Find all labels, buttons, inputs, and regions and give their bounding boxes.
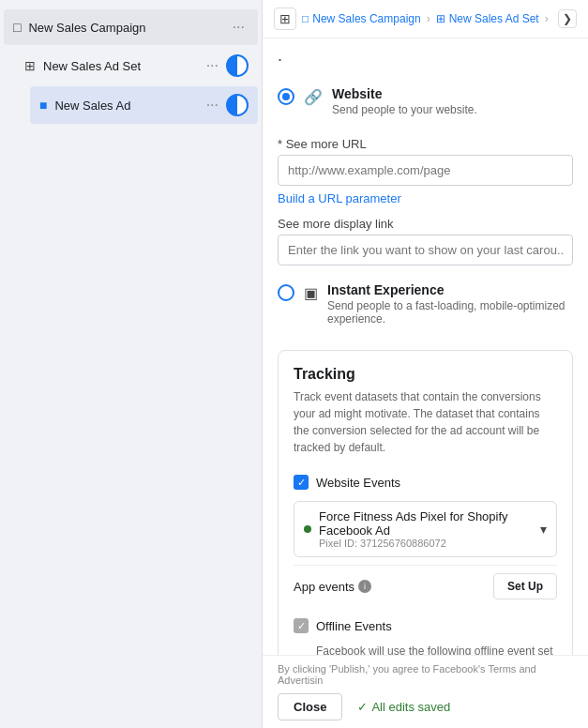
offline-events-label: Offline Events — [316, 619, 392, 633]
pixel-dropdown-btn[interactable]: ▾ — [540, 522, 547, 537]
breadcrumb-sep-2: › — [545, 12, 549, 25]
sidebar-item-adset[interactable]: ⊞ New Sales Ad Set ··· — [15, 47, 258, 84]
sidebar: □ New Sales Campaign ··· ⊞ New Sales Ad … — [0, 0, 263, 728]
tracking-desc: Track event datasets that contain the co… — [294, 388, 557, 456]
see-more-display-label: See more display link — [278, 217, 573, 231]
offline-events-checkbox[interactable] — [294, 618, 309, 633]
pixel-id: Pixel ID: 371256760886072 — [319, 538, 533, 549]
pixel-row: Force Fitness Ads Pixel for Shopify Face… — [294, 501, 557, 557]
instant-icon: ▣ — [304, 284, 318, 302]
website-option-label: Website — [332, 86, 477, 101]
website-events-checkbox[interactable] — [294, 475, 309, 490]
sidebar-ad-label: New Sales Ad — [54, 99, 202, 113]
pixel-status-dot — [304, 525, 311, 533]
sidebar-campaign-label: New Sales Campaign — [28, 21, 228, 35]
breadcrumb-adset-icon: ⊞ — [436, 12, 445, 25]
link-icon: 🔗 — [304, 88, 323, 106]
adset-toggle[interactable] — [226, 54, 249, 77]
campaign-icon: □ — [13, 20, 21, 35]
website-events-label: Website Events — [316, 476, 400, 490]
build-url-param-link[interactable]: Build a URL parameter — [278, 191, 401, 205]
website-option-desc: Send people to your website. — [332, 103, 477, 116]
website-option[interactable]: 🔗 Website Send people to your website. — [278, 77, 573, 126]
ad-icon: ■ — [39, 98, 47, 113]
offline-events-row: Offline Events Facebook will use the fol… — [294, 607, 557, 655]
instant-option-text: Instant Experience Send people to a fast… — [327, 282, 573, 326]
app-events-label: App events i — [294, 580, 371, 594]
offline-checkbox-row[interactable]: Offline Events — [294, 613, 557, 639]
bottom-bar: By clicking 'Publish,' you agree to Face… — [263, 655, 588, 728]
saved-status: ✓ All edits saved — [357, 700, 450, 714]
see-more-url-label: * See more URL — [278, 137, 573, 151]
website-radio[interactable] — [278, 88, 294, 105]
breadcrumb-expand-btn[interactable]: ❯ — [558, 9, 577, 28]
ad-more-btn[interactable]: ··· — [203, 95, 222, 115]
bottom-actions: Close ✓ All edits saved — [278, 693, 573, 720]
breadcrumb-sep-1: › — [427, 12, 430, 25]
breadcrumb-adset[interactable]: ⊞ New Sales Ad Set — [436, 12, 539, 25]
saved-label: All edits saved — [371, 700, 450, 714]
breadcrumb-adset-label: New Sales Ad Set — [449, 12, 539, 25]
see-more-display-input[interactable] — [278, 235, 573, 265]
ad-toggle[interactable] — [226, 94, 249, 116]
pixel-name: Force Fitness Ads Pixel for Shopify Face… — [319, 509, 533, 538]
breadcrumb-campaign[interactable]: □ New Sales Campaign — [302, 12, 421, 25]
sidebar-item-ad[interactable]: ■ New Sales Ad ··· — [30, 86, 258, 124]
content-panel: ⊞ □ New Sales Campaign › ⊞ New Sales Ad … — [263, 0, 588, 728]
instant-option-label: Instant Experience — [327, 282, 573, 297]
see-more-url-input[interactable] — [278, 155, 573, 186]
breadcrumb-campaign-icon: □ — [302, 12, 309, 25]
offline-desc: Facebook will use the following offline … — [316, 643, 557, 655]
adset-icon: ⊞ — [24, 58, 36, 73]
check-icon: ✓ — [357, 700, 368, 714]
website-events-row[interactable]: Website Events — [294, 469, 557, 495]
instant-option-desc: Send people to a fast-loading, mobile-op… — [327, 299, 573, 326]
tracking-section: Tracking Track event datasets that conta… — [278, 350, 573, 655]
breadcrumb: ⊞ □ New Sales Campaign › ⊞ New Sales Ad … — [263, 0, 588, 38]
main-content: · 🔗 Website Send people to your website.… — [263, 38, 588, 655]
tracking-title: Tracking — [294, 366, 557, 383]
legal-text: By clicking 'Publish,' you agree to Face… — [278, 663, 573, 686]
close-button[interactable]: Close — [278, 693, 342, 720]
app-events-row: App events i Set Up — [294, 565, 557, 607]
website-option-text: Website Send people to your website. — [332, 86, 477, 116]
breadcrumb-campaign-label: New Sales Campaign — [312, 12, 420, 25]
instant-radio[interactable] — [278, 284, 294, 301]
dot-indicator: · — [278, 50, 573, 69]
app-events-info-icon[interactable]: i — [358, 580, 371, 593]
adset-more-btn[interactable]: ··· — [203, 55, 222, 76]
sidebar-item-campaign[interactable]: □ New Sales Campaign ··· — [4, 9, 258, 45]
instant-experience-option[interactable]: ▣ Instant Experience Send people to a fa… — [278, 273, 573, 335]
breadcrumb-nav-btn[interactable]: ⊞ — [274, 8, 296, 30]
campaign-more-btn[interactable]: ··· — [229, 17, 249, 38]
pixel-info: Force Fitness Ads Pixel for Shopify Face… — [319, 509, 533, 549]
sidebar-adset-label: New Sales Ad Set — [43, 59, 203, 73]
setup-btn[interactable]: Set Up — [493, 573, 557, 599]
